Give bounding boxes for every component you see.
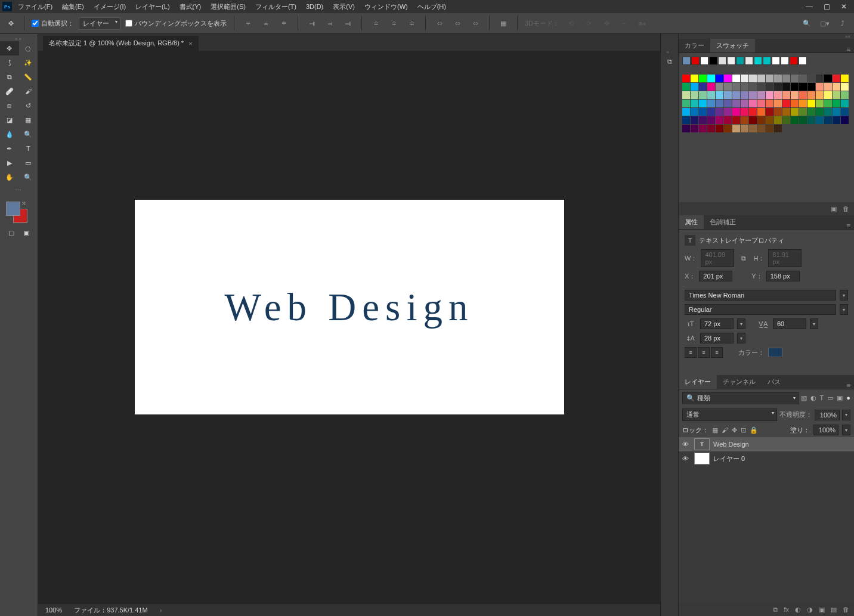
visibility-toggle-icon[interactable]: 👁 bbox=[682, 455, 691, 462]
tab-adjustments[interactable]: 色調補正 bbox=[704, 215, 742, 229]
panel-grip[interactable]: «« bbox=[0, 36, 38, 41]
swatch-item[interactable] bbox=[682, 91, 690, 99]
swatch-item[interactable] bbox=[799, 91, 807, 99]
align-left-icon[interactable]: ⫣ bbox=[305, 17, 318, 30]
swatch-item[interactable] bbox=[791, 91, 799, 99]
menu-filter[interactable]: フィルター(T) bbox=[255, 2, 296, 11]
layer-thumbnail[interactable]: T bbox=[694, 438, 710, 450]
swatch-item[interactable] bbox=[799, 108, 807, 116]
show-bbox-input[interactable] bbox=[125, 20, 132, 27]
ruler-tool[interactable]: 📏 bbox=[19, 70, 38, 84]
leading-input[interactable]: 28 px bbox=[700, 333, 734, 343]
tracking-dropdown-icon[interactable]: ▾ bbox=[810, 318, 818, 329]
menu-3d[interactable]: 3D(D) bbox=[306, 3, 323, 10]
menu-layer[interactable]: レイヤー(L) bbox=[135, 2, 169, 11]
swatch-item[interactable] bbox=[749, 108, 757, 116]
swatch-item[interactable] bbox=[774, 83, 782, 91]
canvas[interactable]: Web Design bbox=[135, 200, 564, 414]
swatch-item[interactable] bbox=[833, 100, 840, 107]
swatch-item[interactable] bbox=[841, 83, 849, 91]
filter-smart-icon[interactable]: ▣ bbox=[837, 394, 843, 402]
swatch-item[interactable] bbox=[799, 75, 807, 82]
tab-swatches[interactable]: スウォッチ bbox=[710, 39, 755, 52]
opacity-input[interactable]: 100% bbox=[815, 410, 840, 420]
lock-artboard-icon[interactable]: ⊡ bbox=[741, 426, 746, 434]
zoom-tool[interactable]: 🔍 bbox=[19, 170, 38, 184]
style-dropdown-icon[interactable]: ▾ bbox=[840, 304, 848, 315]
font-family-select[interactable]: Times New Roman bbox=[685, 290, 836, 301]
brush-tool[interactable]: 🖌 bbox=[19, 84, 38, 98]
edit-toolbar-icon[interactable]: ⋯ bbox=[0, 184, 38, 197]
swatch-item[interactable] bbox=[816, 116, 824, 124]
swatch-item[interactable] bbox=[791, 75, 799, 82]
clone-stamp-tool[interactable]: ⧇ bbox=[0, 98, 19, 113]
swatch-item[interactable] bbox=[741, 75, 748, 82]
minimize-icon[interactable]: — bbox=[806, 2, 813, 11]
tab-properties[interactable]: 属性 bbox=[679, 215, 704, 229]
swatch-item[interactable] bbox=[732, 91, 740, 99]
size-dropdown-icon[interactable]: ▾ bbox=[737, 318, 745, 329]
lock-all-icon[interactable]: 🔒 bbox=[750, 426, 758, 434]
swatch-item[interactable] bbox=[732, 83, 740, 91]
tab-color[interactable]: カラー bbox=[679, 39, 710, 52]
swatch-item[interactable] bbox=[807, 91, 815, 99]
swatch-item[interactable] bbox=[745, 57, 753, 65]
rectangle-tool[interactable]: ▭ bbox=[19, 156, 38, 170]
align-center-text-icon[interactable]: ≡ bbox=[698, 347, 710, 358]
swatch-item[interactable] bbox=[724, 75, 732, 82]
swatch-item[interactable] bbox=[732, 116, 740, 124]
swatch-item[interactable] bbox=[736, 57, 744, 65]
layer-fx-icon[interactable]: fx bbox=[784, 606, 789, 613]
swatch-item[interactable] bbox=[741, 91, 748, 99]
align-bottom-icon[interactable]: ⫩ bbox=[277, 17, 290, 30]
swatch-item[interactable] bbox=[841, 100, 849, 107]
swatch-item[interactable] bbox=[833, 83, 840, 91]
swatch-item[interactable] bbox=[691, 100, 698, 107]
swatch-item[interactable] bbox=[716, 108, 723, 116]
distribute-bottom-icon[interactable]: ≑ bbox=[405, 17, 418, 30]
swatch-item[interactable] bbox=[691, 125, 698, 132]
menu-select[interactable]: 選択範囲(S) bbox=[211, 2, 246, 11]
swatch-item[interactable] bbox=[774, 91, 782, 99]
font-size-input[interactable]: 72 px bbox=[700, 318, 734, 329]
swatch-item[interactable] bbox=[824, 83, 832, 91]
swatch-item[interactable] bbox=[766, 75, 773, 82]
history-panel-icon[interactable]: ⧉ bbox=[663, 54, 677, 69]
swatch-item[interactable] bbox=[707, 100, 715, 107]
swatch-item[interactable] bbox=[682, 125, 690, 132]
delete-swatch-icon[interactable]: 🗑 bbox=[843, 205, 849, 212]
swatch-item[interactable] bbox=[757, 75, 765, 82]
swatch-item[interactable] bbox=[716, 125, 723, 132]
layer-name[interactable]: レイヤー 0 bbox=[713, 454, 745, 463]
swatch-item[interactable] bbox=[833, 116, 840, 124]
status-menu-icon[interactable]: › bbox=[160, 606, 162, 614]
document-tab[interactable]: 名称未設定 1 @ 100% (Web Design, RGB/8) * × bbox=[43, 36, 199, 51]
swatch-item[interactable] bbox=[774, 116, 782, 124]
swatch-item[interactable] bbox=[749, 116, 757, 124]
layer-mask-icon[interactable]: ◐ bbox=[795, 606, 801, 614]
search-icon[interactable]: 🔍 bbox=[800, 17, 813, 30]
swatch-item[interactable] bbox=[841, 75, 849, 82]
swatch-item[interactable] bbox=[724, 100, 732, 107]
swatch-item[interactable] bbox=[757, 116, 765, 124]
swatch-item[interactable] bbox=[699, 108, 707, 116]
font-style-select[interactable]: Regular bbox=[685, 304, 836, 315]
adjustment-layer-icon[interactable]: ◑ bbox=[807, 606, 813, 614]
magic-wand-tool[interactable]: ✨ bbox=[19, 55, 38, 70]
swatch-item[interactable] bbox=[799, 83, 807, 91]
swatch-item[interactable] bbox=[732, 125, 740, 132]
layer-item[interactable]: 👁 レイヤー 0 bbox=[679, 451, 854, 466]
dodge-tool[interactable]: 🔍 bbox=[19, 127, 38, 141]
tracking-input[interactable]: 60 bbox=[773, 318, 806, 329]
swatch-item[interactable] bbox=[707, 91, 715, 99]
swatch-item[interactable] bbox=[716, 75, 723, 82]
swatch-item[interactable] bbox=[816, 91, 824, 99]
swatch-item[interactable] bbox=[782, 100, 790, 107]
auto-select-checkbox[interactable]: 自動選択： bbox=[32, 19, 74, 28]
swatch-item[interactable] bbox=[824, 116, 832, 124]
swatch-item[interactable] bbox=[824, 108, 832, 116]
swatch-item[interactable] bbox=[754, 57, 762, 65]
swatch-item[interactable] bbox=[707, 125, 715, 132]
dock-grip[interactable]: «« bbox=[679, 34, 854, 39]
swatch-item[interactable] bbox=[707, 83, 715, 91]
